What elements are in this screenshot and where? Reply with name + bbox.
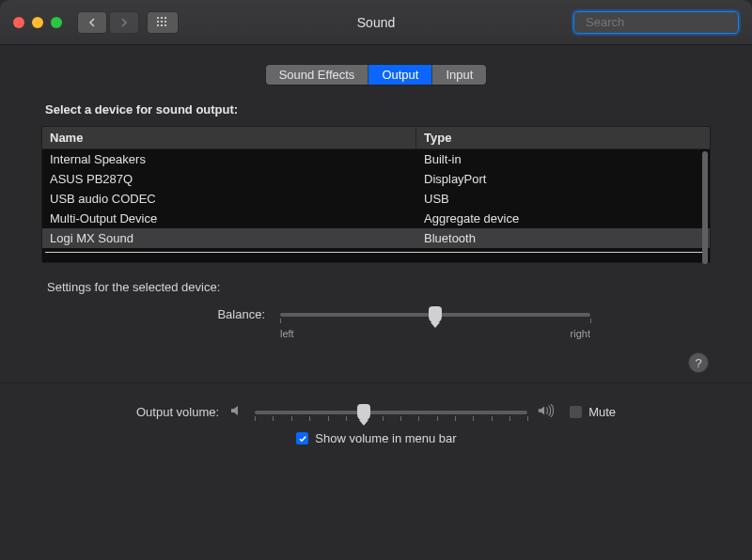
output-volume-slider-thumb[interactable] (357, 404, 370, 421)
table-row[interactable]: ASUS PB287Q DisplayPort (42, 169, 710, 189)
device-name: USB audio CODEC (42, 191, 416, 207)
table-row[interactable]: Multi-Output Device Aggregate device (42, 209, 710, 228)
help-button[interactable]: ? (688, 352, 709, 373)
device-type: USB (416, 191, 710, 207)
checkmark-icon (298, 434, 307, 443)
svg-rect-3 (157, 21, 159, 23)
output-volume-label: Output volume: (136, 405, 219, 419)
window-controls (13, 17, 62, 28)
svg-rect-1 (161, 17, 163, 19)
forward-button[interactable] (109, 11, 139, 34)
table-row[interactable]: Logi MX Sound Bluetooth (42, 228, 710, 248)
output-device-prompt: Select a device for sound output: (45, 102, 707, 117)
maximize-window-button[interactable] (51, 17, 62, 28)
tab-output[interactable]: Output (368, 65, 432, 85)
tab-sound-effects[interactable]: Sound Effects (266, 65, 369, 85)
device-type: Built-in (416, 151, 710, 167)
svg-rect-0 (157, 17, 159, 19)
tab-segmented-control: Sound Effects Output Input (265, 64, 488, 86)
back-button[interactable] (77, 11, 107, 34)
speaker-high-icon (537, 402, 554, 422)
table-row[interactable]: USB audio CODEC USB (42, 189, 710, 209)
device-type: Bluetooth (416, 230, 710, 246)
svg-rect-2 (164, 17, 166, 19)
chevron-left-icon (87, 18, 97, 27)
title-bar: Sound (0, 0, 752, 45)
search-field[interactable] (573, 11, 739, 34)
scrollbar-thumb[interactable] (702, 151, 708, 264)
output-device-table: Name Type Internal Speakers Built-in ASU… (41, 126, 711, 263)
device-type: Aggregate device (416, 210, 710, 226)
selected-device-settings-heading: Settings for the selected device: (47, 280, 705, 294)
balance-slider[interactable] (280, 307, 590, 322)
svg-rect-7 (161, 24, 163, 26)
chevron-right-icon (119, 18, 129, 27)
close-window-button[interactable] (13, 17, 24, 28)
column-header-type[interactable]: Type (416, 127, 710, 148)
svg-rect-4 (161, 21, 163, 23)
section-divider (0, 382, 752, 383)
device-type: DisplayPort (416, 171, 710, 187)
column-header-name[interactable]: Name (42, 127, 416, 148)
balance-left-label: left (280, 328, 294, 339)
svg-rect-8 (164, 24, 166, 26)
mute-checkbox[interactable] (569, 405, 583, 419)
balance-right-label: right (571, 328, 590, 339)
device-name: Logi MX Sound (42, 230, 416, 246)
balance-slider-thumb[interactable] (429, 306, 442, 323)
balance-label: Balance: (162, 307, 265, 321)
show-all-prefs-button[interactable] (147, 11, 179, 34)
minimize-window-button[interactable] (32, 17, 43, 28)
speaker-low-icon (228, 402, 245, 422)
table-row[interactable]: Internal Speakers Built-in (42, 149, 710, 169)
show-volume-menubar-checkbox[interactable] (295, 431, 309, 445)
svg-rect-6 (157, 24, 159, 26)
svg-rect-5 (164, 21, 166, 23)
grid-icon (156, 16, 169, 29)
mute-label: Mute (588, 405, 616, 419)
tab-input[interactable]: Input (432, 65, 486, 85)
window-title: Sound (357, 15, 395, 30)
device-name: Multi-Output Device (42, 210, 416, 226)
device-name: ASUS PB287Q (42, 171, 416, 187)
output-volume-slider[interactable] (255, 405, 527, 420)
show-volume-menubar-label: Show volume in menu bar (315, 431, 456, 445)
search-input[interactable] (586, 15, 744, 29)
device-name: Internal Speakers (42, 151, 416, 167)
